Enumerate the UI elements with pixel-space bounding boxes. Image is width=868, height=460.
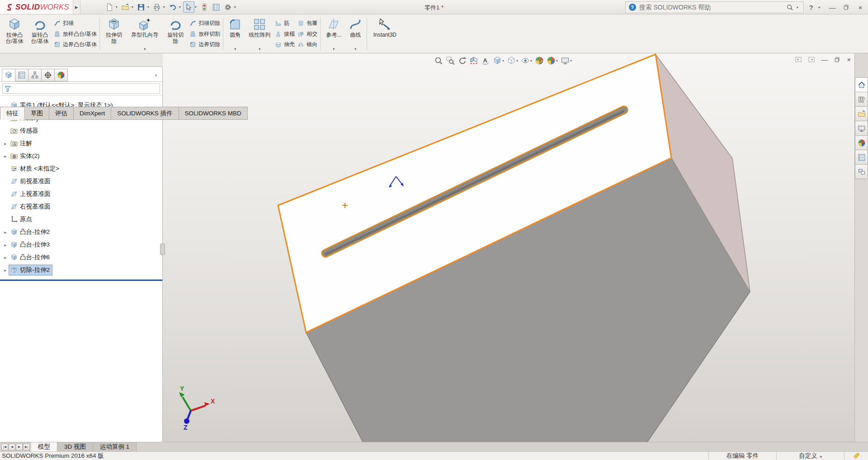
doc-close-button[interactable]: ×	[847, 56, 851, 63]
tree-item-sensors[interactable]: 传感器	[0, 124, 162, 137]
display-settings-button[interactable]	[211, 1, 222, 13]
lofted-cut-button[interactable]: 放样切割	[189, 29, 220, 39]
next-tab-button[interactable]: ▶	[16, 444, 23, 451]
panel-splitter-handle[interactable]	[160, 243, 165, 255]
display-style-caret-icon[interactable]: ▾	[516, 59, 518, 63]
tab-sketch[interactable]: 草图	[25, 107, 49, 120]
collapse-right-pane-icon[interactable]	[808, 56, 815, 63]
apply-scene-caret-icon[interactable]: ▾	[556, 59, 558, 63]
tag-status[interactable]	[844, 452, 868, 460]
tab-solidworks-mbd[interactable]: SOLIDWORKS MBD	[179, 107, 248, 120]
3d-views-tab[interactable]: 3D 视图	[57, 442, 93, 451]
propertymanager-tab[interactable]	[15, 69, 28, 81]
zoom-to-area-button[interactable]	[446, 56, 455, 65]
solidworks-resources-button[interactable]	[855, 77, 868, 92]
tree-item-material[interactable]: 材质 <未指定>	[0, 162, 162, 175]
doc-restore-button[interactable]	[834, 56, 841, 63]
view-orientation-caret-icon[interactable]: ▾	[502, 59, 504, 63]
options-button[interactable]	[222, 1, 234, 13]
undo-caret-icon[interactable]: ▾	[179, 5, 181, 9]
help-caret-icon[interactable]: ▾	[818, 5, 820, 9]
wrap-button[interactable]: 包覆	[297, 18, 317, 28]
search-box[interactable]: ? ▾	[625, 1, 804, 13]
tree-item-origin[interactable]: 原点	[0, 213, 162, 226]
curves-button[interactable]: 曲线 ▾	[345, 16, 365, 52]
rib-button[interactable]: 筋	[275, 18, 295, 28]
view-settings-button[interactable]: ▾	[561, 56, 572, 65]
reference-geometry-button[interactable]: 参考... ▾	[322, 16, 345, 52]
motion-study-tab[interactable]: 运动算例 1	[93, 442, 137, 451]
forum-button[interactable]	[855, 164, 868, 179]
tree-filter-input[interactable]	[2, 83, 160, 94]
displaymanager-tab[interactable]	[54, 69, 68, 81]
tab-features[interactable]: 特征	[0, 107, 25, 120]
undo-button[interactable]	[167, 1, 179, 13]
search-input[interactable]	[639, 4, 783, 11]
extruded-boss-base-button[interactable]: 拉伸凸 台/基体	[2, 16, 27, 52]
model-3d-box[interactable]: Y X Z	[163, 53, 854, 442]
tree-item-annotations[interactable]: ▸ A 注解	[0, 137, 162, 150]
model-tab[interactable]: 模型	[31, 442, 57, 451]
previous-tab-button[interactable]: ◀	[9, 444, 15, 451]
expand-arrow-icon[interactable]: ▸	[2, 230, 9, 235]
expand-arrow-icon[interactable]: ▸	[2, 154, 9, 159]
dimxpertmanager-tab[interactable]	[41, 69, 55, 81]
expand-arrow-icon[interactable]: ▸	[2, 255, 9, 260]
edit-appearance-button[interactable]	[535, 56, 544, 65]
hole-wizard-caret-icon[interactable]: ▾	[144, 46, 146, 52]
annotation-views-button[interactable]	[481, 56, 490, 65]
last-tab-button[interactable]: ▶|	[23, 444, 30, 451]
apply-scene-button[interactable]: ▾	[547, 56, 558, 65]
tab-solidworks-addins[interactable]: SOLIDWORKS 插件	[111, 107, 179, 120]
open-button[interactable]	[120, 1, 131, 13]
tab-evaluate[interactable]: 评估	[49, 107, 74, 120]
restore-button[interactable]	[843, 4, 850, 11]
swept-cut-button[interactable]: 扫描切除	[189, 18, 220, 28]
zoom-to-fit-button[interactable]	[434, 56, 443, 65]
view-orientation-button[interactable]: ▾	[493, 56, 504, 65]
new-caret-icon[interactable]: ▾	[116, 5, 118, 9]
previous-view-button[interactable]	[458, 56, 467, 65]
file-explorer-button[interactable]	[855, 106, 868, 121]
configurationmanager-tab[interactable]	[28, 69, 42, 81]
reference-caret-icon[interactable]: ▾	[333, 46, 335, 52]
lofted-boss-button[interactable]: 放样凸台/基体	[54, 29, 97, 39]
new-document-button[interactable]	[104, 1, 115, 13]
search-caret-icon[interactable]: ▾	[797, 5, 798, 9]
tree-item-boss-extrude3[interactable]: ▸ 凸台-拉伸3	[0, 238, 162, 251]
linear-pattern-button[interactable]: 线性阵列 ▾	[245, 16, 274, 52]
custom-status-menu[interactable]: 自定义 ▴	[776, 452, 844, 460]
select-caret-icon[interactable]: ▾	[195, 5, 197, 9]
hide-show-caret-icon[interactable]: ▾	[530, 59, 532, 63]
extruded-cut-button[interactable]: 拉伸切 除	[101, 16, 127, 52]
draft-button[interactable]: 拔模	[275, 29, 295, 39]
featuremanager-tab[interactable]	[2, 69, 15, 81]
doc-minimize-button[interactable]: —	[821, 56, 828, 63]
boundary-boss-button[interactable]: 边界凸台/基体	[54, 39, 97, 50]
rebuild-button[interactable]	[199, 1, 210, 13]
print-button[interactable]	[151, 1, 163, 13]
open-caret-icon[interactable]: ▾	[132, 5, 133, 9]
options-caret-icon[interactable]: ▾	[234, 5, 236, 9]
expand-arrow-icon[interactable]: ▸	[2, 268, 9, 273]
first-tab-button[interactable]: |◀	[1, 444, 8, 451]
collapse-left-pane-icon[interactable]	[795, 56, 802, 63]
tree-item-top-plane[interactable]: 上视基准面	[0, 188, 162, 200]
intersect-button[interactable]: 相交	[297, 29, 317, 39]
select-tool-button[interactable]	[183, 1, 194, 13]
help-menu-button[interactable]: ?	[809, 4, 813, 11]
shell-button[interactable]: 抽壳	[275, 39, 295, 50]
fillet-button[interactable]: 圆角 ▾	[225, 16, 245, 52]
graphics-viewport[interactable]: Y X Z ▾ ▾ ▾ ▾ ▾ — ×	[163, 53, 854, 442]
print-caret-icon[interactable]: ▾	[163, 5, 165, 9]
revolved-boss-base-button[interactable]: 旋转凸 台/基体	[27, 16, 52, 52]
tree-item-boss-extrude6[interactable]: ▸ 凸台-拉伸6	[0, 251, 162, 264]
revolved-cut-button[interactable]: 旋转切 除	[163, 16, 188, 52]
view-palette-button[interactable]	[855, 121, 868, 136]
design-library-button[interactable]	[855, 92, 868, 107]
panel-expand-chevron-icon[interactable]: ›	[155, 71, 157, 78]
pattern-caret-icon[interactable]: ▾	[259, 46, 260, 52]
minimize-button[interactable]: —	[827, 4, 837, 11]
expand-arrow-icon[interactable]: ▸	[2, 141, 9, 146]
fillet-caret-icon[interactable]: ▾	[234, 46, 236, 52]
